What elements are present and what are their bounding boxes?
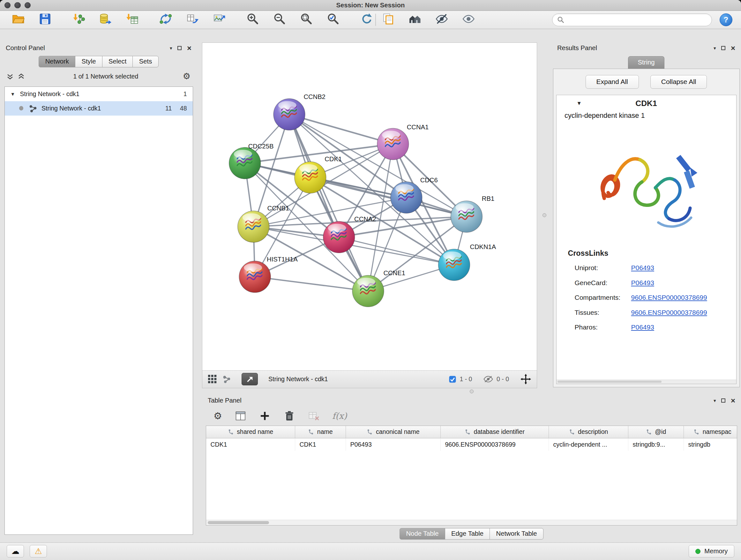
show-columns-icon[interactable] [234,410,247,422]
birdseye-view-button[interactable] [242,373,258,385]
column-header-id[interactable]: @id [628,426,684,438]
panel-close-icon[interactable]: × [187,44,192,52]
network-node-RB1[interactable]: RB1 [451,195,495,233]
panel-menu-icon[interactable]: ▾ [170,46,172,51]
network-edge-CCNB2-CCNE1[interactable] [289,114,368,291]
column-header-shared-name[interactable]: shared name [206,426,295,438]
import-table-from-file-button[interactable] [125,12,140,27]
delete-column-trash-icon[interactable] [283,410,295,422]
cell-database-identifier[interactable]: 9606.ENSP00000378699 [441,438,549,451]
zoom-window-button[interactable] [24,2,31,9]
network-row-selected[interactable]: String Network - cdk1 11 48 [5,101,193,116]
search-box[interactable] [552,13,712,26]
zoom-selected-button[interactable] [326,12,341,27]
tab-select[interactable]: Select [102,56,133,67]
new-network-from-selection-button[interactable] [185,12,200,27]
crosslink-tissues-link[interactable]: 9606.ENSP00000378699 [631,309,707,316]
network-canvas[interactable]: CCNB2CCNA1CDC25BCDK1CDC6RB1CCNB1CCNA2CDK… [202,43,537,370]
memory-button[interactable]: Memory [689,545,734,557]
close-window-button[interactable] [4,2,11,9]
crosslink-pharos-link[interactable]: P06493 [631,323,654,331]
panel-float-icon[interactable] [721,398,726,403]
hidden-eye-icon[interactable] [483,376,493,382]
import-network-from-file-button[interactable] [71,12,86,27]
expand-all-networks-icon[interactable] [18,73,24,80]
search-input[interactable] [568,16,707,24]
cell-shared-name[interactable]: CDK1 [206,438,295,451]
crosslink-genecard-link[interactable]: P06493 [631,279,654,287]
cloud-status-button[interactable]: ☁ [7,545,24,557]
table-panel-splitter[interactable] [202,388,741,395]
network-node-CDK1[interactable]: CDK1 [294,155,342,193]
network-node-CDKN1A[interactable]: CDKN1A [439,243,496,281]
splitter-handle[interactable] [470,389,474,393]
column-header-name[interactable]: name [295,426,346,438]
network-node-CCNB1[interactable]: CCNB1 [238,204,289,242]
table-hscrollbar[interactable] [206,520,737,525]
splitter-handle[interactable] [542,213,546,217]
entry-disclosure-icon[interactable]: ▼ [577,100,582,106]
string-view-icon[interactable] [222,375,231,383]
tab-network-table[interactable]: Network Table [489,528,543,540]
home-button[interactable] [408,12,423,27]
network-node-HIST1H1A[interactable]: HIST1H1A [239,256,298,293]
warnings-button[interactable]: ⚠ [30,545,47,557]
cell-description[interactable]: cyclin-dependent ... [549,438,628,451]
tab-style[interactable]: Style [75,56,103,67]
column-header-database-identifier[interactable]: database identifier [441,426,549,438]
collection-disclosure-icon[interactable]: ▼ [10,91,20,97]
add-column-icon[interactable] [259,410,271,422]
show-all-button[interactable] [461,12,476,27]
hide-selected-button[interactable] [434,12,450,27]
column-header-canonical-name[interactable]: canonical name [346,426,441,438]
panel-menu-icon[interactable]: ▾ [714,46,716,51]
network-node-CCNA1[interactable]: CCNA1 [377,123,428,160]
cell-canonical-name[interactable]: P06493 [346,438,441,451]
zoom-out-button[interactable] [272,12,287,27]
table-row[interactable]: CDK1 CDK1 P06493 9606.ENSP00000378699 cy… [206,438,737,451]
grid-mode-icon[interactable] [208,375,217,383]
network-collection-row[interactable]: ▼ String Network - cdk1 1 [5,87,193,101]
help-button[interactable]: ? [720,13,733,26]
tab-edge-table[interactable]: Edge Table [445,528,490,540]
import-network-from-database-button[interactable] [98,12,113,27]
apply-layout-button[interactable] [158,12,173,27]
panel-float-icon[interactable] [721,46,726,51]
panel-close-icon[interactable]: × [731,44,735,52]
cell-namespace[interactable]: stringdb [684,438,737,451]
scrollbar-thumb[interactable] [208,521,269,524]
results-panel-splitter[interactable] [537,43,551,388]
column-header-description[interactable]: description [549,426,628,438]
zoom-in-button[interactable] [245,12,260,27]
network-edge-HIST1H1A-CCNE1[interactable] [255,276,368,291]
network-graph[interactable]: CCNB2CCNA1CDC25BCDK1CDC6RB1CCNB1CCNA2CDK… [202,43,537,370]
crosslink-compartments-link[interactable]: 9606.ENSP00000378699 [631,294,707,301]
cell-name[interactable]: CDK1 [295,438,346,451]
expand-all-button[interactable]: Expand All [586,75,639,89]
panel-menu-icon[interactable]: ▾ [714,398,716,403]
tab-node-table[interactable]: Node Table [400,528,445,540]
open-session-button[interactable] [10,12,26,27]
refresh-network-button[interactable] [359,12,374,27]
crosslink-uniprot-link[interactable]: P06493 [631,264,654,272]
pan-crosshair-icon[interactable] [521,374,531,384]
zoom-fit-button[interactable] [299,12,314,27]
clone-network-button[interactable] [381,12,396,27]
tab-string-results[interactable]: String [628,56,665,69]
collapse-all-button[interactable]: Collapse All [650,75,707,89]
network-options-gear-icon[interactable]: ⚙ [183,72,191,81]
column-header-namespace[interactable]: namespac [684,426,737,438]
tab-network[interactable]: Network [39,56,75,67]
network-edge-CDK1-RB1[interactable] [310,177,467,216]
minimize-window-button[interactable] [14,2,21,9]
panel-float-icon[interactable] [178,46,182,51]
network-node-CCNB2[interactable]: CCNB2 [273,93,326,130]
export-image-button[interactable] [212,12,227,27]
selected-checkbox-icon[interactable] [449,375,456,383]
cell-id[interactable]: stringdb:9... [628,438,684,451]
table-options-gear-icon[interactable]: ⚙ [213,411,222,421]
results-hscrollbar[interactable] [556,380,736,384]
panel-close-icon[interactable]: × [731,397,735,405]
function-builder-icon[interactable]: f(x) [332,411,347,421]
save-session-button[interactable] [37,12,53,27]
